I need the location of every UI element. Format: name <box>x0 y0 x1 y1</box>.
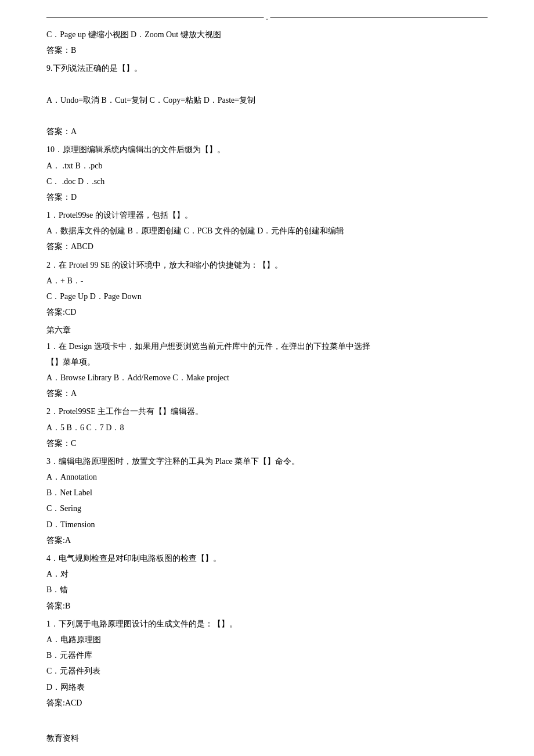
line-q3-opt-b: B．Net Label <box>46 485 488 500</box>
line-blank2 <box>46 109 488 123</box>
line-q2-single-opts: A．5 B．6 C．7 D．8 <box>46 420 488 435</box>
line-q2-multi: 2．在 Protel 99 SE 的设计环境中，放大和缩小的快捷键为：【】。 <box>46 258 488 272</box>
line-q10: 10．原理图编辑系统内编辑出的文件后缀为【】。 <box>46 142 488 157</box>
footer: 教育资料 <box>46 733 488 744</box>
line-q1-multi2-opt-c: C．元器件列表 <box>46 664 488 678</box>
line-q1-multi2-opt-b: B．元器件库 <box>46 648 488 663</box>
line-q1-multi: 1．Protel99se 的设计管理器，包括【】。 <box>46 208 488 222</box>
line-q1-multi-opts: A．数据库文件的创建 B．原理图创建 C．PCB 文件的创建 D．元件库的创建和… <box>46 224 488 238</box>
line-q2-opt-cd: C．Page Up D．Page Down <box>46 289 488 304</box>
line-q4-opt-a: A．对 <box>46 567 488 581</box>
line-q3-single: 3．编辑电路原理图时，放置文字注释的工具为 Place 菜单下【】命令。 <box>46 454 488 469</box>
line-q9: 9.下列说法正确的是【】。 <box>46 61 488 75</box>
main-content: C．Page up 键缩小视图 D．Zoom Out 键放大视图 答案：B 9.… <box>46 27 488 710</box>
line-q1-single: 1．在 Design 选项卡中，如果用户想要浏览当前元件库中的元件，在弹出的下拉… <box>46 339 488 354</box>
line-answer-acd: 答案:ACD <box>46 696 488 710</box>
line-answer-cd: 答案:CD <box>46 305 488 319</box>
line-answer-b2: 答案:B <box>46 599 488 613</box>
line-q1-single-opts: A．Browse Library B．Add/Remove C．Make pro… <box>46 370 488 385</box>
line-q3-opt-a: A．Annotation <box>46 470 488 484</box>
top-dot: . <box>264 13 270 22</box>
line-q1-multi2: 1．下列属于电路原理图设计的生成文件的是：【】。 <box>46 617 488 631</box>
line-q1-multi2-opt-d: D．网络表 <box>46 680 488 694</box>
line-q4-opt-b: B．错 <box>46 582 488 597</box>
line-answer-c: 答案：C <box>46 436 488 451</box>
line-chapter6: 第六章 <box>46 323 488 337</box>
line-q1-single-cont: 【】菜单项。 <box>46 355 488 369</box>
line-q2-single: 2．Protel99SE 主工作台一共有【】编辑器。 <box>46 404 488 419</box>
line-q9-options: A．Undo=取消 B．Cut=复制 C．Copy=粘贴 D．Paste=复制 <box>46 93 488 107</box>
line-q3-opt-d: D．Timension <box>46 517 488 532</box>
line-answer-b: 答案：B <box>46 43 488 57</box>
line-q1-multi2-opt-a: A．电路原理图 <box>46 632 488 647</box>
line-q2-opt-ab: A．+ B．- <box>46 273 488 288</box>
top-divider: . <box>46 17 488 18</box>
line-q4-single: 4．电气规则检查是对印制电路板图的检查【】。 <box>46 551 488 566</box>
line-answer-abcd: 答案：ABCD <box>46 239 488 254</box>
line-q10-opt-ab: A． .txt B．.pcb <box>46 159 488 173</box>
line-q3-opt-c: C．Sering <box>46 501 488 516</box>
line-blank1 <box>46 77 488 92</box>
line-answer-a3: 答案:A <box>46 533 488 548</box>
line-answer-a2: 答案：A <box>46 386 488 401</box>
line-c-page-up: C．Page up 键缩小视图 D．Zoom Out 键放大视图 <box>46 27 488 42</box>
line-answer-d: 答案：D <box>46 190 488 204</box>
line-q10-opt-cd: C． .doc D．.sch <box>46 174 488 189</box>
line-answer-a1: 答案：A <box>46 124 488 139</box>
